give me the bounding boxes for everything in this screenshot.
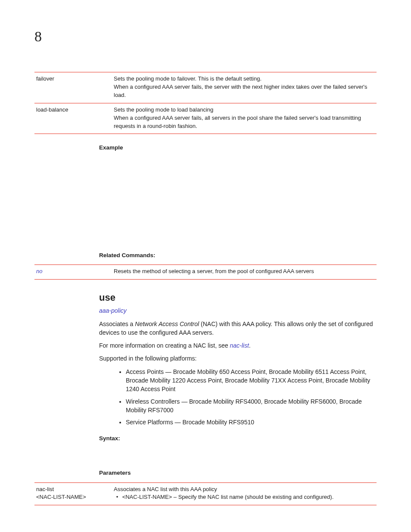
desc-line: Associates a NAC list with this AAA poli… [114, 485, 375, 494]
desc-line: Sets the pooling mode to load balancing [114, 106, 375, 114]
list-item: Service Platforms — Brocade Mobility RFS… [126, 418, 377, 426]
table-row: no Resets the method of selecting a serv… [34, 265, 377, 280]
bullet-text: <NAC-LIST-NAME> – Specify the NAC list n… [122, 494, 334, 500]
aaa-policy-link[interactable]: aaa-policy [99, 307, 127, 314]
use-parameters-table: nac-list <NAC-LIST-NAME> Associates a NA… [34, 482, 377, 506]
related-key[interactable]: no [34, 265, 112, 280]
related-commands-table: no Resets the method of selecting a serv… [34, 264, 377, 280]
more-info: For more information on creating a NAC l… [99, 341, 377, 350]
nac-list-link[interactable]: nac-list [230, 342, 249, 349]
chapter-number: 8 [34, 26, 377, 47]
param-name: load-balance [34, 103, 112, 134]
param-name: failover [34, 72, 112, 103]
param-desc: Associates a NAC list with this AAA poli… [112, 482, 377, 505]
example-heading: Example [99, 143, 377, 152]
table-row: nac-list <NAC-LIST-NAME> Associates a NA… [34, 482, 377, 505]
param-name: nac-list <NAC-LIST-NAME> [34, 482, 112, 505]
table-row: load-balance Sets the pooling mode to lo… [34, 103, 377, 134]
pooling-mode-table: failover Sets the pooling mode to failov… [34, 72, 377, 134]
desc-line: Sets the pooling mode to failover. This … [114, 75, 375, 83]
param-key: <NAC-LIST-NAME> [36, 493, 110, 501]
nac-emphasis: Network Access Control [135, 320, 199, 327]
related-desc: Resets the method of selecting a server,… [112, 265, 377, 280]
text: Associates a [99, 320, 135, 327]
parameters-heading: Parameters [99, 469, 377, 477]
list-item: Wireless Controllers — Brocade Mobility … [126, 397, 377, 415]
use-command-heading: use [99, 291, 377, 305]
syntax-heading: Syntax: [99, 434, 377, 443]
supported-platforms-intro: Supported in the following platforms: [99, 354, 377, 363]
desc-bullet: • <NAC-LIST-NAME> – Specify the NAC list… [114, 493, 375, 501]
related-commands-heading: Related Commands: [99, 251, 377, 260]
bullet-icon: • [114, 493, 121, 501]
platforms-list: Access Points — Brocade Mobility 650 Acc… [99, 367, 377, 427]
use-description: Associates a Network Access Control (NAC… [99, 320, 377, 337]
table-row: failover Sets the pooling mode to failov… [34, 72, 377, 103]
param-desc: Sets the pooling mode to load balancing … [112, 103, 377, 134]
desc-line: When a configured AAA server fails, all … [114, 114, 375, 131]
param-key: nac-list [36, 485, 110, 494]
param-desc: Sets the pooling mode to failover. This … [112, 72, 377, 103]
no-link[interactable]: no [36, 268, 42, 274]
desc-line: When a configured AAA server fails, the … [114, 83, 375, 100]
text: For more information on creating a NAC l… [99, 342, 230, 349]
list-item: Access Points — Brocade Mobility 650 Acc… [126, 367, 377, 394]
text: . [249, 342, 251, 349]
